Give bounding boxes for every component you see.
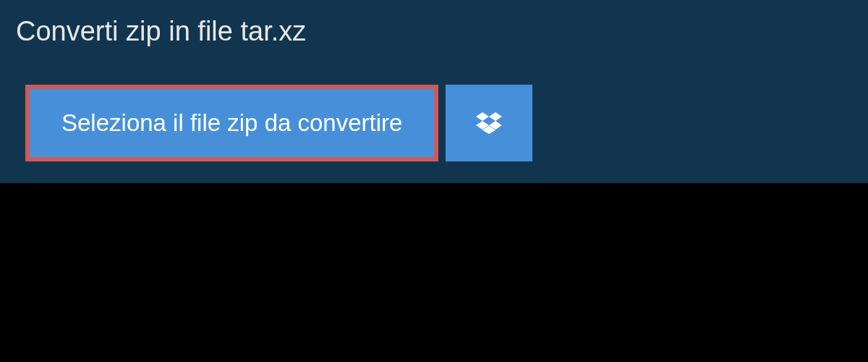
- select-file-button[interactable]: Seleziona il file zip da convertire: [25, 85, 438, 161]
- dropbox-icon: [476, 110, 502, 136]
- converter-panel: Converti zip in file tar.xz Seleziona il…: [0, 0, 868, 183]
- background-fill: [0, 183, 868, 362]
- select-file-label: Seleziona il file zip da convertire: [61, 109, 402, 137]
- dropbox-button[interactable]: [446, 85, 532, 161]
- page-title: Converti zip in file tar.xz: [0, 0, 326, 63]
- button-row: Seleziona il file zip da convertire: [0, 63, 868, 183]
